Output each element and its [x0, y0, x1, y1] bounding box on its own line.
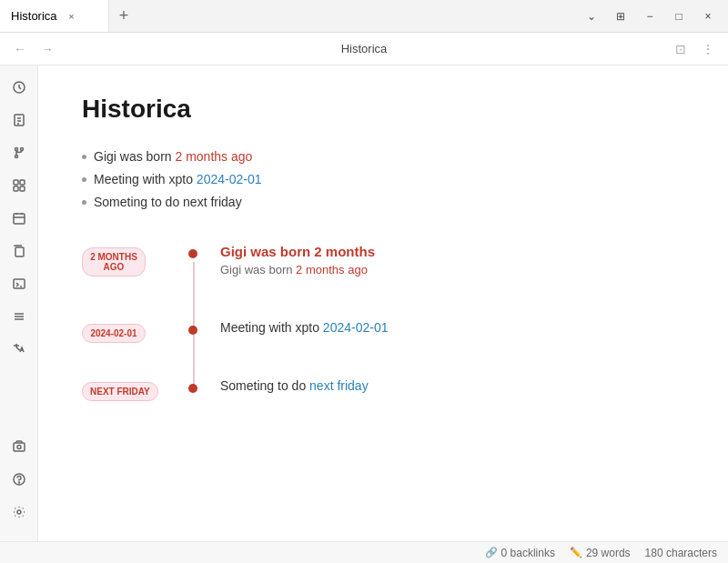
backlinks-status: 🔗 0 backlinks	[485, 547, 555, 559]
timeline-dot-3	[188, 384, 197, 393]
nav-buttons: ← →	[7, 36, 60, 62]
split-view-icon[interactable]: ⊞	[608, 4, 633, 29]
svg-rect-5	[14, 180, 18, 185]
window-controls: ⌄ ⊞ − □ ×	[571, 4, 728, 29]
menu-icon[interactable]: ⋮	[695, 36, 721, 62]
back-button[interactable]: ←	[7, 36, 33, 62]
backlinks-icon: 🔗	[485, 547, 498, 558]
svg-point-3	[15, 156, 17, 158]
maximize-button[interactable]: □	[666, 4, 692, 29]
timeline: 2 MONTHSAGO Gigi was born 2 months Gigi …	[82, 244, 684, 393]
timeline-dot-1	[188, 249, 197, 258]
highlight-blue-2: 2024-02-01	[323, 320, 389, 335]
timeline-dot-2	[188, 326, 197, 335]
tab-close-button[interactable]: ×	[65, 9, 79, 24]
bullet-list: Gigi was born 2 months ago Meeting with …	[82, 146, 684, 215]
help-icon[interactable]	[5, 465, 34, 494]
list-item: Someting to do next friday	[82, 191, 684, 214]
svg-rect-7	[14, 186, 18, 191]
copy-icon[interactable]	[5, 236, 34, 266]
svg-rect-11	[14, 279, 25, 288]
timeline-text-1: Gigi was born 2 months ago	[220, 263, 375, 276]
status-bar: 🔗 0 backlinks ✏️ 29 words 180 characters	[0, 541, 728, 563]
page-title: Historica	[82, 95, 684, 124]
svg-point-16	[17, 510, 21, 514]
close-button[interactable]: ×	[695, 4, 721, 29]
highlight-blue-3: next friday	[309, 378, 369, 393]
list-icon[interactable]	[5, 302, 34, 331]
grid-icon[interactable]	[5, 171, 34, 200]
tab-bar: Historica × +	[0, 0, 571, 32]
active-tab[interactable]: Historica ×	[0, 0, 109, 32]
bullet-dot	[82, 200, 86, 205]
new-tab-button[interactable]: +	[109, 0, 138, 32]
list-item: Gigi was born 2 months ago	[82, 146, 684, 168]
backlinks-count: 0 backlinks	[501, 547, 555, 559]
tab-title: Historica	[11, 9, 57, 23]
settings-icon[interactable]	[5, 498, 34, 527]
chars-count: 180 characters	[645, 547, 717, 559]
main-layout: Historica Gigi was born 2 months ago Mee…	[0, 65, 728, 541]
timeline-label-2: 2024-02-01	[82, 324, 146, 343]
svg-point-2	[15, 148, 17, 151]
bullet-dot	[82, 155, 86, 159]
clock-icon[interactable]	[5, 73, 34, 102]
minimize-button[interactable]: −	[637, 4, 662, 29]
toolbar-right: ⊡ ⋮	[668, 36, 721, 62]
timeline-text-2: Meeting with xpto 2024-02-01	[220, 320, 388, 335]
highlight-red-1: 2 months ago	[175, 149, 252, 164]
words-status: ✏️ 29 words	[570, 547, 631, 559]
timeline-content-1: Gigi was born 2 months Gigi was born 2 m…	[173, 244, 375, 276]
chars-status: 180 characters	[645, 547, 717, 559]
highlight-blue-1: 2024-02-01	[197, 172, 262, 186]
svg-rect-9	[14, 214, 25, 224]
bullet-text-2: Meeting with xpto 2024-02-01	[94, 168, 261, 191]
timeline-heading-1: Gigi was born 2 months	[220, 244, 375, 259]
sidebar-bottom	[5, 432, 34, 534]
bullet-text-3: Someting to do next friday	[94, 191, 242, 214]
sidebar	[0, 65, 38, 541]
svg-rect-8	[20, 186, 25, 191]
toolbar: ← → Historica ⊡ ⋮	[0, 33, 728, 65]
timeline-content-3: Someting to do next friday	[173, 378, 369, 393]
svg-rect-10	[15, 247, 24, 256]
words-count: 29 words	[586, 547, 631, 559]
chevron-down-icon[interactable]: ⌄	[579, 4, 604, 29]
branch-icon[interactable]	[5, 138, 34, 167]
highlight-red-2: 2 months ago	[296, 263, 368, 276]
split-icon[interactable]: ⊡	[668, 36, 693, 62]
content-area[interactable]: Historica Gigi was born 2 months ago Mee…	[38, 65, 728, 541]
bullet-dot	[82, 177, 86, 182]
timeline-content-2: Meeting with xpto 2024-02-01	[173, 320, 388, 335]
svg-point-15	[18, 482, 19, 483]
calendar-icon[interactable]	[5, 204, 34, 233]
svg-point-4	[20, 148, 23, 151]
timeline-label-1: 2 MONTHSAGO	[82, 247, 146, 276]
timeline-label-3: NEXT FRIDAY	[82, 382, 158, 401]
timeline-text-3: Someting to do next friday	[220, 378, 369, 393]
edit-icon: ✏️	[570, 547, 582, 558]
title-bar: Historica × + ⌄ ⊞ − □ ×	[0, 0, 728, 33]
forward-button[interactable]: →	[35, 36, 60, 62]
terminal-icon[interactable]	[5, 269, 34, 298]
list-item: Meeting with xpto 2024-02-01	[82, 168, 684, 191]
translate-icon[interactable]	[5, 335, 34, 364]
svg-rect-6	[20, 180, 25, 185]
file-icon[interactable]	[5, 106, 34, 135]
timeline-item-1: 2 MONTHSAGO Gigi was born 2 months Gigi …	[173, 244, 684, 276]
svg-point-13	[17, 446, 21, 449]
bullet-text-1: Gigi was born 2 months ago	[94, 146, 252, 168]
timeline-item-3: NEXT FRIDAY Someting to do next friday	[173, 378, 684, 393]
timeline-item-2: 2024-02-01 Meeting with xpto 2024-02-01	[173, 320, 684, 335]
vault-icon[interactable]	[5, 432, 34, 461]
svg-rect-12	[14, 443, 25, 451]
toolbar-title: Historica	[64, 42, 664, 55]
